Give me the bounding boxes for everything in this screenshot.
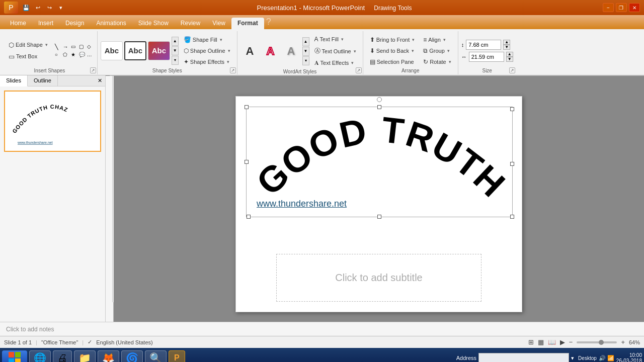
edit-shape-button[interactable]: ⬡ Edit Shape ▾	[5, 40, 51, 50]
shape-line[interactable]: ╲	[55, 43, 62, 50]
wordart-style-1[interactable]: A	[240, 42, 260, 61]
save-button[interactable]: 💾	[21, 3, 31, 13]
selection-pane-icon: ▤	[370, 58, 375, 65]
notes-bar[interactable]: Click to add notes	[0, 322, 644, 336]
view-slide-icon[interactable]: ▦	[538, 338, 544, 346]
taskbar-files[interactable]: 📁	[74, 350, 96, 362]
view-reading-icon[interactable]: 📖	[548, 338, 556, 346]
wordart-style-3[interactable]: A	[282, 42, 301, 61]
align-button[interactable]: ≡ Align ▾	[420, 35, 454, 45]
styles-scroll-up[interactable]: ▲	[172, 37, 179, 46]
more-button[interactable]: ▾	[56, 3, 66, 13]
tab-outline[interactable]: Outline	[28, 75, 58, 86]
shape-circle[interactable]: ○	[55, 51, 62, 58]
width-input[interactable]	[466, 40, 501, 50]
redo-button[interactable]: ↪	[44, 3, 54, 13]
tab-insert[interactable]: Insert	[32, 18, 59, 29]
tab-review[interactable]: Review	[175, 18, 206, 29]
zoom-slider[interactable]	[577, 341, 617, 343]
desktop-button[interactable]: Desktop	[578, 355, 597, 361]
shape-style-2[interactable]: Abc	[124, 41, 146, 60]
slides-panel-close[interactable]: ✕	[95, 75, 105, 86]
taskbar-hp[interactable]: 🖨	[53, 350, 72, 362]
text-box-selected[interactable]: GOOD TRUTH CHAZ www.thundershare.net	[246, 107, 513, 217]
height-spin-down[interactable]: ▼	[506, 57, 513, 62]
group-button[interactable]: ⧉ Group ▾	[420, 46, 454, 56]
shape-outline-button[interactable]: ⬡ Shape Outline ▾	[180, 46, 234, 56]
text-fill-icon: A	[314, 36, 318, 43]
address-label: Address	[456, 355, 476, 361]
shape-effects-icon: ✦	[184, 58, 189, 65]
address-go[interactable]: ▾	[571, 355, 574, 361]
zoom-plus-button[interactable]: +	[621, 338, 625, 346]
tab-view[interactable]: View	[206, 18, 231, 29]
start-button[interactable]	[2, 350, 27, 362]
slides-panel: Slides Outline ✕ GOOD TRUTH CHAZ www.thu…	[0, 75, 106, 322]
text-effects-button[interactable]: 𝐀 Text Effects ▾	[311, 58, 360, 68]
wordart-scroll-more[interactable]: ▾	[302, 56, 309, 65]
wordart-scroll-down[interactable]: ▼	[302, 47, 309, 56]
wordart-scroll-up[interactable]: ▲	[302, 37, 309, 46]
shape-styles-expand[interactable]: ↗	[230, 67, 236, 73]
size-expand[interactable]: ↗	[509, 67, 515, 73]
shape-style-3[interactable]: Abc	[148, 41, 170, 60]
taskbar-search[interactable]: 🔍	[145, 350, 167, 362]
minimize-button[interactable]: −	[603, 3, 614, 12]
width-spin-down[interactable]: ▼	[503, 45, 510, 50]
shape-style-1[interactable]: Abc	[101, 41, 123, 60]
shape-pentagon[interactable]: ⬠	[63, 51, 70, 58]
tab-slides[interactable]: Slides	[0, 75, 28, 86]
text-outline-button[interactable]: Ⓐ Text Outline ▾	[311, 45, 360, 57]
close-button[interactable]: ✕	[629, 3, 640, 12]
shape-star[interactable]: ★	[71, 51, 78, 58]
zoom-minus-button[interactable]: −	[569, 338, 573, 346]
bring-front-button[interactable]: ⬆ Bring to Front ▾	[366, 35, 419, 45]
slide-canvas[interactable]: GOOD TRUTH CHAZ www.thundershare.net Cli…	[235, 96, 522, 312]
tab-home[interactable]: Home	[4, 18, 32, 29]
styles-scroll-more[interactable]: ▾	[172, 56, 179, 65]
insert-shapes-group: ⬡ Edit Shape ▾ ▭ Text Box ╲ → ▭ ▢ ◇ ○ ⬠ …	[2, 31, 98, 74]
text-fill-button[interactable]: A Text Fill ▾	[311, 34, 360, 44]
wordart-styles-expand[interactable]: ↗	[356, 67, 362, 73]
shape-fill-button[interactable]: 🪣 Shape Fill ▾	[180, 35, 234, 45]
shape-rounded-rect[interactable]: ▢	[79, 43, 86, 50]
view-fullscreen-icon[interactable]: ▶	[560, 338, 565, 346]
taskbar-ie[interactable]: 🌐	[29, 350, 51, 362]
height-spin-up[interactable]: ▲	[506, 52, 513, 57]
svg-rect-11	[9, 358, 14, 362]
send-back-button[interactable]: ⬇ Send to Back ▾	[366, 46, 419, 56]
shape-more[interactable]: …	[87, 51, 94, 58]
address-input[interactable]	[478, 353, 569, 362]
subtitle-placeholder-box[interactable]: Click to add subtitle	[276, 254, 481, 302]
selection-pane-button[interactable]: ▤ Selection Pane	[366, 57, 419, 67]
rotate-button[interactable]: ↻ Rotate ▾	[420, 57, 454, 67]
styles-scroll-down[interactable]: ▼	[172, 46, 179, 55]
restore-button[interactable]: ❐	[616, 3, 627, 12]
tab-design[interactable]: Design	[59, 18, 90, 29]
shape-rect[interactable]: ▭	[71, 43, 78, 50]
view-normal-icon[interactable]: ⊞	[528, 338, 534, 346]
shape-arrow[interactable]: →	[63, 43, 70, 50]
tab-animations[interactable]: Animations	[90, 18, 132, 29]
tab-format[interactable]: Format	[231, 18, 264, 29]
shape-diamond[interactable]: ◇	[87, 43, 94, 50]
taskbar-powerpoint[interactable]: P	[169, 350, 185, 362]
rotation-handle[interactable]	[377, 97, 382, 102]
insert-shapes-expand[interactable]: ↗	[90, 67, 96, 73]
text-box-button[interactable]: ▭ Text Box	[5, 51, 41, 62]
office-logo[interactable]: P	[4, 2, 18, 14]
width-spin-up[interactable]: ▲	[503, 40, 510, 45]
align-icon: ≡	[423, 36, 427, 43]
height-input[interactable]	[469, 52, 504, 62]
undo-button[interactable]: ↩	[33, 3, 43, 13]
shape-effects-button[interactable]: ✦ Shape Effects ▾	[180, 57, 234, 67]
url-text[interactable]: www.thundershare.net	[257, 199, 347, 209]
wordart-style-2[interactable]: A	[261, 42, 280, 61]
tab-slideshow[interactable]: Slide Show	[132, 18, 175, 29]
slide-canvas-wrapper: GOOD TRUTH CHAZ www.thundershare.net Cli…	[114, 76, 644, 322]
slide-thumbnail-1[interactable]: GOOD TRUTH CHAZ www.thundershare.net	[4, 90, 101, 152]
taskbar-chrome[interactable]: 🌀	[121, 350, 143, 362]
taskbar-firefox[interactable]: 🦊	[98, 350, 119, 362]
status-right: ⊞ ▦ 📖 ▶ − + 64%	[528, 338, 640, 346]
shape-callout[interactable]: 💬	[79, 51, 86, 58]
